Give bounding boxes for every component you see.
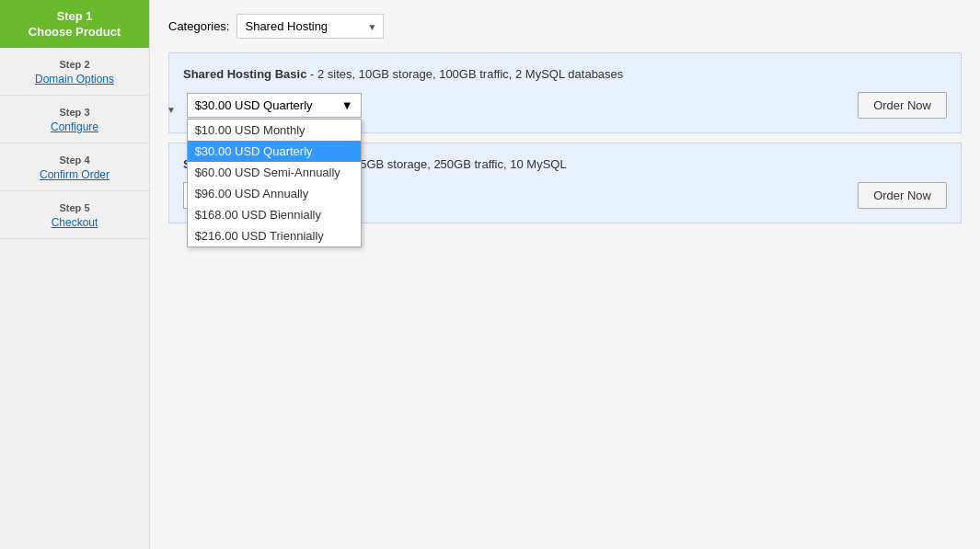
product-panel-basic: Shared Hosting Basic - 2 sites, 10GB sto… — [168, 52, 962, 133]
product-basic-name: Shared Hosting Basic — [183, 67, 306, 81]
categories-select-wrapper: Shared Hosting VPS Hosting Dedicated Ser… — [236, 14, 384, 39]
option-semiannually-60[interactable]: $60.00 USD Semi-Annually — [188, 162, 361, 183]
product-basic-title: Shared Hosting Basic - 2 sites, 10GB sto… — [183, 67, 947, 81]
option-triennially-216[interactable]: $216.00 USD Triennially — [188, 225, 361, 246]
product-basic-selected-price: $30.00 USD Quarterly — [195, 98, 313, 112]
option-biennially-168[interactable]: $168.00 USD Biennially — [188, 204, 361, 225]
sidebar-item-step1[interactable]: Step 1 Choose Product — [0, 0, 149, 48]
order-now-basic-button[interactable]: Order Now — [858, 92, 947, 119]
order-now-pro-button[interactable]: Order Now — [858, 182, 947, 209]
sidebar-item-step3[interactable]: Step 3 Configure — [0, 96, 149, 143]
step1-name: Choose Product — [11, 25, 138, 39]
product-basic-desc: - 2 sites, 10GB storage, 100GB traffic, … — [306, 67, 623, 81]
option-annually-96[interactable]: $96.00 USD Annually — [188, 183, 361, 204]
dropdown-arrow-icon: ▼ — [341, 98, 353, 112]
step4-name: Confirm Order — [11, 168, 138, 181]
step2-label: Step 2 — [59, 59, 89, 70]
step4-label: Step 4 — [59, 154, 89, 166]
categories-select[interactable]: Shared Hosting VPS Hosting Dedicated Ser… — [236, 14, 384, 39]
categories-bar: Categories: Shared Hosting VPS Hosting D… — [168, 14, 962, 39]
step2-name: Domain Options — [11, 73, 138, 86]
product-basic-row: $10.00 USD Monthly $30.00 USD Quarterly … — [183, 92, 947, 119]
sidebar-item-step2[interactable]: Step 2 Domain Options — [0, 48, 149, 96]
step3-label: Step 3 — [59, 107, 89, 118]
step3-name: Configure — [11, 120, 138, 133]
product-basic-dropdown-trigger[interactable]: $30.00 USD Quarterly ▼ — [187, 93, 362, 118]
product-basic-dropdown-menu: $10.00 USD Monthly $30.00 USD Quarterly … — [187, 119, 362, 247]
step5-name: Checkout — [11, 216, 138, 229]
sidebar-item-step4[interactable]: Step 4 Confirm Order — [0, 143, 149, 191]
option-quarterly-30[interactable]: $30.00 USD Quarterly — [188, 141, 361, 162]
step1-label: Step 1 — [56, 9, 92, 23]
categories-label: Categories: — [168, 19, 229, 33]
sidebar-item-step5[interactable]: Step 5 Checkout — [0, 191, 149, 239]
main-content: Categories: Shared Hosting VPS Hosting D… — [150, 0, 980, 549]
option-monthly-10[interactable]: $10.00 USD Monthly — [188, 120, 361, 141]
sidebar: Step 1 Choose Product Step 2 Domain Opti… — [0, 0, 150, 549]
product-basic-select-container: $10.00 USD Monthly $30.00 USD Quarterly … — [183, 93, 362, 118]
step5-label: Step 5 — [59, 202, 89, 213]
